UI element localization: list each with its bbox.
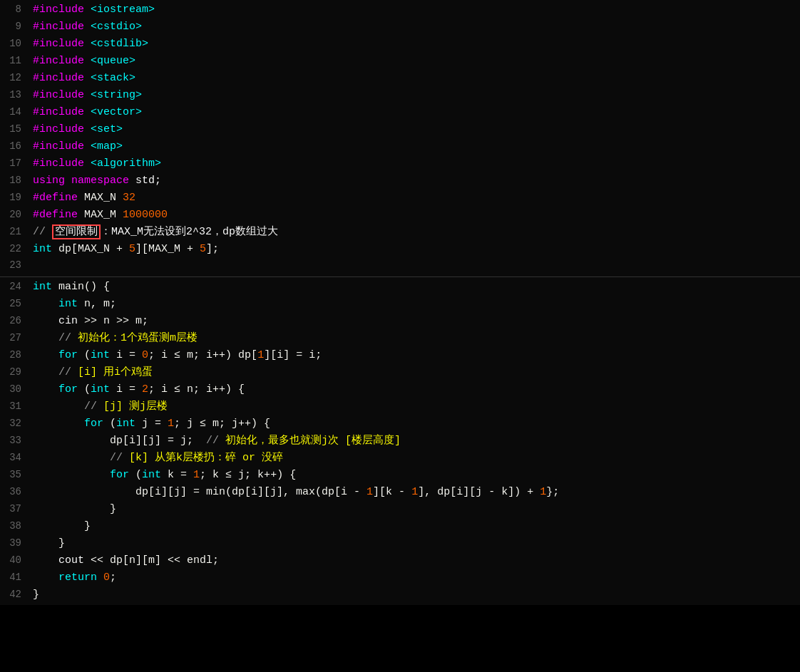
line-content: #include <queue> xyxy=(30,53,800,69)
line-content: #include <cstdio> xyxy=(30,19,800,35)
code-line: 40 cout << dp[n][m] << endl; xyxy=(0,552,800,569)
line-number: 28 xyxy=(0,348,30,363)
code-line: 15#include <set> xyxy=(0,121,800,138)
line-content: } xyxy=(30,586,800,603)
line-content: cout << dp[n][m] << endl; xyxy=(30,552,800,569)
line-number: 22 xyxy=(0,242,30,257)
code-line: 39 } xyxy=(0,535,800,552)
line-content: int main() { xyxy=(30,279,800,295)
line-number: 30 xyxy=(0,382,30,398)
line-content: } xyxy=(30,535,800,552)
line-content: return 0; xyxy=(30,569,800,586)
code-line: 17#include <algorithm> xyxy=(0,155,800,172)
line-number: 26 xyxy=(0,314,30,329)
code-line: 24int main() { xyxy=(0,279,800,296)
line-content: int n, m; xyxy=(30,296,800,312)
line-number: 33 xyxy=(0,433,30,449)
code-line: 11#include <queue> xyxy=(0,53,800,70)
code-line: 18using namespace std; xyxy=(0,172,800,190)
line-number: 17 xyxy=(0,156,30,172)
code-line: 34 // [k] 从第k层楼扔：碎 or 没碎 xyxy=(0,450,800,467)
line-number: 32 xyxy=(0,416,30,432)
line-number: 37 xyxy=(0,502,30,517)
line-number: 13 xyxy=(0,88,30,103)
line-content: // 初始化：1个鸡蛋测m层楼 xyxy=(30,330,800,346)
line-number: 36 xyxy=(0,485,30,500)
line-number: 10 xyxy=(0,36,30,52)
code-line: 42} xyxy=(0,586,800,604)
line-content: dp[i][j] = min(dp[i][j], max(dp[i - 1][k… xyxy=(30,484,800,500)
code-line: 38 } xyxy=(0,518,800,535)
line-content: #include <cstdlib> xyxy=(30,36,800,52)
code-line: 32 for (int j = 1; j ≤ m; j++) { xyxy=(0,415,800,433)
code-line: 28 for (int i = 0; i ≤ m; i++) dp[1][i] … xyxy=(0,347,800,364)
line-content: #include <iostream> xyxy=(30,1,800,18)
line-content: #define MAX_M 1000000 xyxy=(30,207,800,223)
code-line: 9#include <cstdio> xyxy=(0,19,800,36)
line-number: 41 xyxy=(0,570,30,586)
line-content: for (int j = 1; j ≤ m; j++) { xyxy=(30,415,800,432)
line-number: 42 xyxy=(0,587,30,603)
line-content: int dp[MAX_N + 5][MAX_M + 5]; xyxy=(30,241,800,257)
line-content: // [i] 用i个鸡蛋 xyxy=(30,364,800,381)
code-line: 30 for (int i = 2; i ≤ n; i++) { xyxy=(0,381,800,398)
line-content: #include <vector> xyxy=(30,104,800,120)
line-number: 12 xyxy=(0,71,30,86)
code-line: 37 } xyxy=(0,501,800,518)
line-content: } xyxy=(30,501,800,517)
code-line: 27 // 初始化：1个鸡蛋测m层楼 xyxy=(0,330,800,347)
line-content: for (int i = 0; i ≤ m; i++) dp[1][i] = i… xyxy=(30,347,800,363)
code-line: 19#define MAX_N 32 xyxy=(0,190,800,207)
code-line: 22int dp[MAX_N + 5][MAX_M + 5]; xyxy=(0,241,800,258)
code-editor: 8#include <iostream>9#include <cstdio>10… xyxy=(0,0,800,672)
line-number: 14 xyxy=(0,105,30,120)
line-content: // [k] 从第k层楼扔：碎 or 没碎 xyxy=(30,450,800,466)
line-number: 24 xyxy=(0,279,30,295)
line-number: 21 xyxy=(0,224,30,240)
line-content: } xyxy=(30,518,800,534)
code-line: 25 int n, m; xyxy=(0,296,800,313)
code-line: 26 cin >> n >> m; xyxy=(0,313,800,330)
code-line: 33 dp[i][j] = j; // 初始化，最多也就测j次 [楼层高度] xyxy=(0,433,800,450)
code-line: 29 // [i] 用i个鸡蛋 xyxy=(0,364,800,381)
line-number: 11 xyxy=(0,53,30,69)
line-number: 34 xyxy=(0,450,30,466)
line-content: #define MAX_N 32 xyxy=(30,190,800,206)
line-content: for (int i = 2; i ≤ n; i++) { xyxy=(30,381,800,398)
code-line: 16#include <map> xyxy=(0,138,800,155)
line-number: 23 xyxy=(0,258,30,274)
code-line: 12#include <stack> xyxy=(0,70,800,87)
line-number: 40 xyxy=(0,553,30,569)
code-line: 23 xyxy=(0,258,800,275)
line-number: 29 xyxy=(0,365,30,381)
line-content: dp[i][j] = j; // 初始化，最多也就测j次 [楼层高度] xyxy=(30,433,800,449)
code-line: 8#include <iostream> xyxy=(0,1,800,19)
line-content: cin >> n >> m; xyxy=(30,313,800,329)
code-line: 21// 空间限制：MAX_M无法设到2^32，dp数组过大 xyxy=(0,224,800,241)
code-line: 14#include <vector> xyxy=(0,104,800,121)
line-content: #include <map> xyxy=(30,138,800,155)
line-content: // 空间限制：MAX_M无法设到2^32，dp数组过大 xyxy=(30,224,800,240)
code-line: 20#define MAX_M 1000000 xyxy=(0,207,800,224)
code-line: 36 dp[i][j] = min(dp[i][j], max(dp[i - 1… xyxy=(0,484,800,501)
line-content: // [j] 测j层楼 xyxy=(30,398,800,415)
line-number: 39 xyxy=(0,536,30,552)
top-section: 8#include <iostream>9#include <cstdio>10… xyxy=(0,0,800,277)
code-line: 10#include <cstdlib> xyxy=(0,36,800,53)
line-number: 31 xyxy=(0,399,30,415)
code-line: 41 return 0; xyxy=(0,569,800,586)
line-number: 8 xyxy=(0,2,30,18)
line-number: 19 xyxy=(0,190,30,206)
line-number: 35 xyxy=(0,467,30,483)
line-number: 9 xyxy=(0,19,30,35)
line-number: 27 xyxy=(0,331,30,346)
code-line: 35 for (int k = 1; k ≤ j; k++) { xyxy=(0,467,800,484)
line-number: 15 xyxy=(0,122,30,138)
line-number: 25 xyxy=(0,296,30,312)
line-content: #include <stack> xyxy=(30,70,800,86)
line-content: using namespace std; xyxy=(30,172,800,189)
line-number: 38 xyxy=(0,519,30,534)
line-content: for (int k = 1; k ≤ j; k++) { xyxy=(30,467,800,483)
line-number: 16 xyxy=(0,139,30,155)
code-line: 31 // [j] 测j层楼 xyxy=(0,398,800,415)
